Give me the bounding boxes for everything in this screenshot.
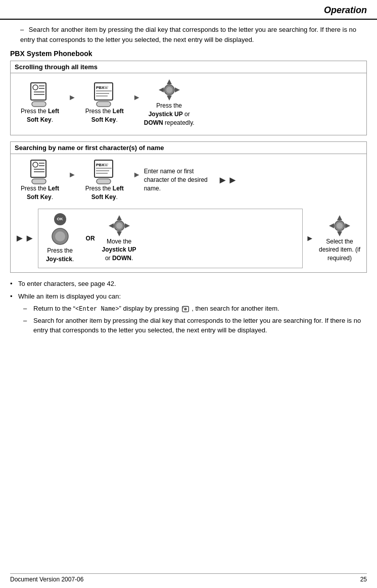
svg-point-49 [184,308,186,310]
joystick-updown-step: Move the Joystick UP or DOWN. [99,214,139,263]
svg-marker-15 [167,95,172,101]
svg-point-47 [337,223,343,229]
bullet-item-2: While an item is displayed you can: Retu… [10,291,367,335]
arrow-5: ► [306,234,314,243]
ok-badge: OK [54,213,66,225]
search-step1: Press the Left Soft Key. [15,158,65,202]
svg-marker-38 [109,223,114,228]
svg-rect-33 [97,179,111,184]
svg-point-19 [166,87,172,93]
joystick-press-icon [50,226,70,247]
or-text: OR [86,235,95,242]
joystick-press-label: Press the Joy-stick. [42,247,78,264]
joystick-icon-1 [158,78,181,102]
sub-item-2: Search for another item by pressing the … [23,316,367,335]
scroll-step2-label: Press the Left Soft Key. [79,107,130,124]
scroll-step3: Press the Joystick UP or DOWN repeatedly… [144,78,195,127]
svg-marker-39 [125,223,130,228]
scrolling-steps-row: Press the Left Soft Key. ► PBX ☏ [15,78,362,127]
scrolling-box: Scrolling through all items [10,61,367,135]
search-step2-label: Press the Left Soft Key. [79,184,130,202]
svg-rect-20 [31,160,46,177]
scroll-step3-label: Press the Joystick UP or DOWN repeatedly… [144,102,195,127]
inline-joystick-icon: p [181,304,190,313]
search-top-row: Press the Left Soft Key. ► PBX ☏ [15,158,362,202]
dash: – [20,26,24,33]
scroll-step1-label: Press the Left Soft Key. [15,107,65,124]
scroll-step2: PBX ☏ Press the Left Soft Key. [79,81,130,124]
search-bottom-wrapper: ►► OK Press t [15,209,362,268]
joystick-press-step: OK Press the Joy-stick. [42,213,78,264]
footer-left: Document Version 2007-06 [10,576,83,583]
pbx-section-title: PBX System Phonebook [10,50,367,58]
intro-text: Search for another item by pressing the … [20,26,356,43]
joystick-options-box: OK Press the Joy-stick. OR [38,209,303,268]
svg-rect-13 [97,102,111,107]
searching-box-title: Searching by name or first character(s) … [11,142,366,154]
svg-rect-0 [31,83,46,100]
header-title: Operation [324,5,367,15]
svg-rect-6 [32,102,46,107]
double-arrow-2: ►► [15,232,35,244]
joystick-updown-label: Move the Joystick UP or DOWN. [99,237,139,263]
svg-marker-43 [337,231,342,236]
arrow-3: ► [68,170,76,179]
searching-box-content: Press the Left Soft Key. ► PBX ☏ [11,154,366,272]
svg-text:☏: ☏ [104,85,109,90]
arrow-2: ► [133,93,141,102]
svg-point-35 [55,231,65,241]
enter-name-text: Enter name or first character of the des… [144,167,215,192]
scrolling-box-title: Scrolling through all items [11,61,366,73]
double-arrow-1: ►► [218,174,238,186]
joystick-icon-3 [328,214,351,237]
softkey-icon-2 [27,158,53,184]
softkey-icon-1 [27,81,53,107]
svg-marker-37 [117,231,122,236]
svg-text:☏: ☏ [104,163,109,167]
svg-marker-42 [337,215,342,220]
intro-paragraph: – Search for another item by pressing th… [10,25,367,44]
searching-box: Searching by name or first character(s) … [10,141,367,272]
scrolling-box-content: Press the Left Soft Key. ► PBX ☏ [11,73,366,135]
joystick-updown-icon [108,214,131,237]
bullet-list: To enter characters, see page 42. While … [10,279,367,335]
search-step1-label: Press the Left Soft Key. [15,184,65,202]
svg-point-41 [116,223,122,229]
svg-marker-17 [175,87,180,92]
svg-marker-14 [167,79,172,84]
arrow-1: ► [68,93,76,102]
svg-marker-36 [117,215,122,220]
footer-right: 25 [360,576,367,583]
pbx-icon-1: PBX ☏ [91,81,118,107]
svg-marker-45 [345,223,350,228]
pbx-icon-2: PBX ☏ [91,158,118,184]
select-item-step: Select the desired item. (if required) [317,214,362,263]
search-step2: PBX ☏ Press the Left Soft Key. [79,158,130,202]
bullet-item-1: To enter characters, see page 42. [10,279,367,289]
select-item-label: Select the desired item. (if required) [317,237,362,263]
page-footer: Document Version 2007-06 25 [10,573,367,583]
sub-list: Return to the “<Enter Name>” display by … [23,304,367,335]
arrow-4: ► [133,170,141,179]
svg-marker-44 [329,223,334,228]
svg-rect-26 [32,179,46,184]
sub-item-1: Return to the “<Enter Name>” display by … [23,304,367,314]
page-header: Operation [0,0,377,20]
svg-marker-16 [159,87,164,92]
scroll-step1: Press the Left Soft Key. [15,81,65,124]
